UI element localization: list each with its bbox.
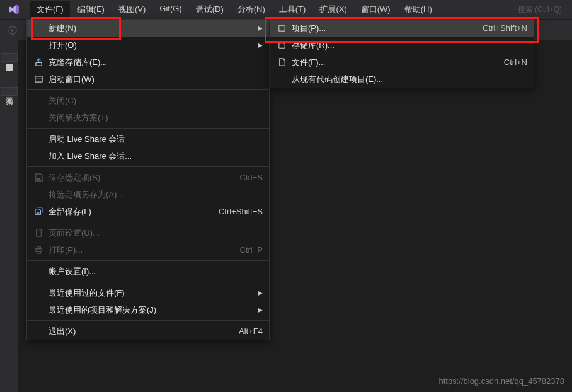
menu-item-label: 最近使用的项目和解决方案(J) xyxy=(46,304,251,316)
menu-help[interactable]: 帮助(H) xyxy=(398,1,438,18)
menu-separator xyxy=(27,128,269,129)
file-menu-item[interactable]: 帐户设置(I)... xyxy=(27,263,269,280)
submenu-arrow-icon: ▶ xyxy=(251,25,263,32)
menu-view[interactable]: 视图(V) xyxy=(112,1,152,18)
nav-back-icon[interactable] xyxy=(5,23,20,38)
submenu-item-label: 项目(P)... xyxy=(289,23,475,34)
submenu-arrow-icon: ▶ xyxy=(251,306,263,313)
file-menu-item: 打印(P)...Ctrl+P xyxy=(27,241,269,258)
svg-rect-5 xyxy=(36,212,39,214)
menu-item-label: 最近使用过的文件(F) xyxy=(46,287,251,299)
clone-icon xyxy=(31,57,46,67)
submenu-shortcut: Ctrl+N xyxy=(496,57,527,67)
menu-item-label: 打开(O) xyxy=(46,40,251,51)
menu-item-label: 退出(X) xyxy=(46,326,231,337)
menu-separator xyxy=(27,222,269,222)
menu-item-label: 新建(N) xyxy=(46,23,251,34)
menu-item-label: 全部保存(L) xyxy=(46,206,211,217)
repo-icon xyxy=(274,40,289,50)
svg-point-0 xyxy=(9,26,16,33)
menu-tools[interactable]: 工具(T) xyxy=(273,1,312,18)
submenu-arrow-icon: ▶ xyxy=(251,42,263,49)
newfile-icon xyxy=(274,57,289,67)
menu-item-label: 克隆存储库(E)... xyxy=(46,57,263,68)
menu-item-label: 将选定项另存为(A)... xyxy=(46,189,263,200)
search-input[interactable]: 搜索 (Ctrl+Q) xyxy=(513,3,567,16)
svg-rect-1 xyxy=(35,62,41,66)
menu-item-label: 页面设置(U)... xyxy=(46,228,263,239)
file-menu-dropdown: 新建(N)▶打开(O)▶克隆存储库(E)...启动窗口(W)关闭(C)关闭解决方… xyxy=(26,19,270,340)
svg-rect-2 xyxy=(35,76,42,82)
window-icon xyxy=(31,74,46,84)
menu-item-label: 关闭(C) xyxy=(46,95,263,107)
file-menu-item[interactable]: 退出(X)Alt+F4 xyxy=(27,323,269,340)
file-menu-item: 关闭解决方案(T) xyxy=(27,109,269,126)
menu-shortcut: Ctrl+Shift+S xyxy=(211,207,263,216)
menu-window[interactable]: 窗口(W) xyxy=(355,1,397,18)
file-menu-item[interactable]: 全部保存(L)Ctrl+Shift+S xyxy=(27,203,269,220)
submenu-item-label: 文件(F)... xyxy=(289,57,496,68)
file-menu-item[interactable]: 最近使用过的文件(F)▶ xyxy=(27,284,269,301)
menu-item-label: 启动窗口(W) xyxy=(46,74,263,85)
menu-item-label: 启动 Live Share 会话 xyxy=(46,134,263,145)
file-menu-item: 保存选定项(S)Ctrl+S xyxy=(27,169,269,186)
file-menu-item: 页面设置(U)... xyxy=(27,224,269,241)
menu-item-label: 关闭解决方案(T) xyxy=(46,112,263,124)
menu-separator xyxy=(27,166,269,167)
new-submenu: 项目(P)...Ctrl+Shift+N存储库(R)...文件(F)...Ctr… xyxy=(270,19,534,88)
tab-toolbox[interactable]: 工具箱 xyxy=(1,87,18,96)
submenu-arrow-icon: ▶ xyxy=(251,289,263,296)
file-menu-item[interactable]: 加入 Live Share 会话... xyxy=(27,147,269,164)
svg-rect-4 xyxy=(37,178,40,180)
menu-shortcut: Ctrl+S xyxy=(232,173,263,182)
title-bar: 文件(F) 编辑(E) 视图(V) Git(G) 调试(D) 分析(N) 工具(… xyxy=(0,0,572,19)
watermark: https://blog.csdn.net/qq_45782378 xyxy=(439,376,565,386)
menu-separator xyxy=(27,320,269,321)
menu-bar: 文件(F) 编辑(E) 视图(V) Git(G) 调试(D) 分析(N) 工具(… xyxy=(30,1,513,18)
print-icon xyxy=(31,245,46,255)
menu-extensions[interactable]: 扩展(X) xyxy=(313,1,353,18)
svg-rect-12 xyxy=(278,26,284,31)
menu-debug[interactable]: 调试(D) xyxy=(190,1,230,18)
file-menu-item[interactable]: 新建(N)▶ xyxy=(27,20,269,37)
newproj-icon xyxy=(274,23,289,33)
file-menu-item: 关闭(C) xyxy=(27,92,269,109)
save-icon xyxy=(31,173,46,182)
file-menu-item[interactable]: 克隆存储库(E)... xyxy=(27,54,269,71)
menu-separator xyxy=(27,282,269,282)
menu-item-label: 打印(P)... xyxy=(46,245,232,256)
menu-git[interactable]: Git(G) xyxy=(153,1,188,18)
menu-shortcut: Alt+F4 xyxy=(231,326,263,336)
new-submenu-item[interactable]: 从现有代码创建项目(E)... xyxy=(270,71,534,88)
tab-server-explorer[interactable]: 服务器资源管理器 xyxy=(1,53,18,62)
file-menu-item[interactable]: 打开(O)▶ xyxy=(27,37,269,54)
menu-separator xyxy=(27,260,269,261)
left-rail: 服务器资源管理器 工具箱 xyxy=(0,40,19,392)
new-submenu-item[interactable]: 文件(F)...Ctrl+N xyxy=(270,54,534,71)
submenu-shortcut: Ctrl+Shift+N xyxy=(475,23,527,33)
menu-edit[interactable]: 编辑(E) xyxy=(71,1,111,18)
pagesetup-icon xyxy=(31,228,46,238)
file-menu-item[interactable]: 启动 Live Share 会话 xyxy=(27,130,269,147)
vs-logo-icon xyxy=(5,1,23,18)
file-menu-item: 将选定项另存为(A)... xyxy=(27,186,269,203)
submenu-item-label: 从现有代码创建项目(E)... xyxy=(289,74,527,85)
file-menu-item[interactable]: 启动窗口(W) xyxy=(27,71,269,88)
new-submenu-item[interactable]: 项目(P)...Ctrl+Shift+N xyxy=(270,20,534,37)
svg-rect-10 xyxy=(37,247,40,249)
svg-rect-13 xyxy=(278,43,284,49)
menu-item-label: 帐户设置(I)... xyxy=(46,266,263,277)
saveall-icon xyxy=(31,207,46,216)
file-menu-item[interactable]: 最近使用的项目和解决方案(J)▶ xyxy=(27,301,269,318)
menu-file[interactable]: 文件(F) xyxy=(30,1,70,18)
menu-shortcut: Ctrl+P xyxy=(232,245,263,255)
submenu-item-label: 存储库(R)... xyxy=(289,40,527,51)
menu-item-label: 加入 Live Share 会话... xyxy=(46,151,263,162)
new-submenu-item[interactable]: 存储库(R)... xyxy=(270,37,534,54)
menu-analyze[interactable]: 分析(N) xyxy=(231,1,272,18)
menu-item-label: 保存选定项(S) xyxy=(46,172,232,183)
menu-separator xyxy=(27,89,269,90)
